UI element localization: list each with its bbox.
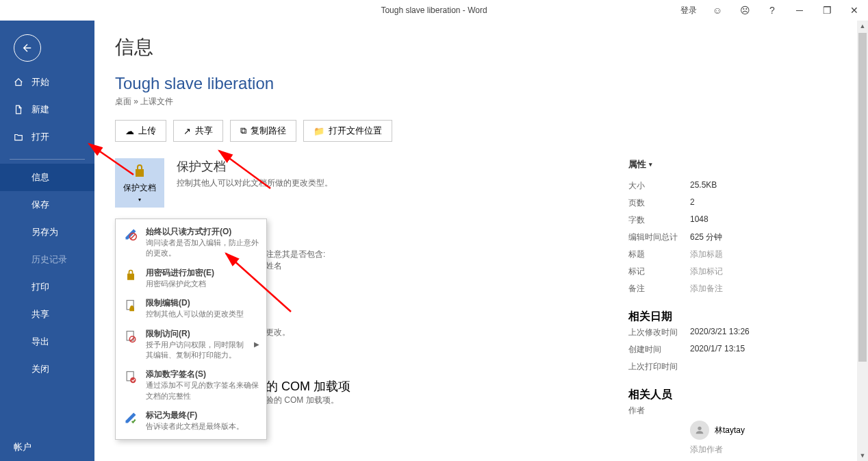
readonly-icon (123, 226, 139, 259)
sidebar-item-label: 信息 (31, 171, 49, 184)
property-row[interactable]: 标记添加标记 (628, 263, 841, 280)
sidebar-item-1[interactable]: 新建 (0, 96, 94, 123)
sidebar-item-7[interactable]: 打印 (0, 273, 94, 301)
sidebar-item-label: 保存 (31, 199, 49, 211)
sidebar-item-label: 共享 (31, 308, 49, 321)
upload-button[interactable]: ☁上传 (115, 120, 166, 142)
sidebar-item-label: 历史记录 (31, 253, 67, 266)
scroll-thumb[interactable] (858, 33, 867, 362)
svg-point-7 (130, 377, 136, 383)
content-area: 信息 Tough slave liberation 桌面 » 上课文件 ☁上传 … (94, 21, 868, 461)
scroll-down-icon[interactable]: ▼ (857, 450, 868, 461)
lock-icon (123, 267, 139, 289)
sidebar-item-8[interactable]: 共享 (0, 301, 94, 328)
protect-dropdown: 始终以只读方式打开(O)询问读者是否加入编辑，防止意外的更改。用密码进行加密(E… (115, 219, 267, 440)
dropdown-item-access[interactable]: 限制访问(R)授予用户访问权限，同时限制其编辑、复制和打印能力。▶ (116, 324, 266, 365)
property-row[interactable]: 标题添加标题 (628, 246, 841, 263)
related-dates-header: 相关日期 (628, 310, 841, 324)
sidebar-item-label: 开始 (31, 76, 49, 88)
property-row: 大小25.5KB (628, 177, 841, 195)
property-row[interactable]: 备注添加备注 (628, 280, 841, 297)
dropdown-item-sign[interactable]: 添加数字签名(S)通过添加不可见的数字签名来确保文档的完整性 (116, 364, 266, 406)
sidebar-item-account[interactable]: 帐户 (0, 434, 94, 461)
restrict-icon (123, 297, 139, 319)
sidebar-item-label: 打印 (31, 281, 49, 293)
page-title: 信息 (115, 34, 847, 60)
sidebar-item-label: 导出 (31, 336, 49, 348)
chevron-right-icon: ▶ (254, 340, 259, 348)
sidebar-item-3[interactable]: 信息 (0, 164, 94, 191)
svg-line-5 (130, 336, 135, 341)
sidebar-item-label: 打开 (31, 131, 49, 143)
avatar (690, 421, 709, 440)
chevron-down-icon: ▾ (138, 197, 141, 203)
chevron-down-icon: ▾ (649, 161, 652, 168)
sidebar-item-label: 新建 (31, 103, 49, 116)
access-icon (123, 328, 139, 361)
final-icon (123, 410, 139, 432)
login-button[interactable]: 登录 (674, 0, 704, 21)
date-row: 上次打印时间 (628, 358, 841, 375)
date-row: 创建时间2020/1/7 13:15 (628, 341, 841, 358)
property-row: 页数2 (628, 195, 841, 212)
properties-header[interactable]: 属性▾ (628, 158, 841, 171)
share-icon: ↗ (183, 126, 191, 136)
sidebar-item-label: 帐户 (14, 441, 31, 453)
dropdown-item-final[interactable]: 标记为最终(F)告诉读者此文档是最终版本。 (116, 406, 266, 436)
help-icon[interactable]: ? (758, 0, 786, 21)
breadcrumb: 桌面 » 上课文件 (115, 96, 847, 108)
cloud-upload-icon: ☁ (125, 126, 134, 136)
copy-path-button[interactable]: ⧉复制路径 (230, 120, 296, 142)
face-sad-icon[interactable]: ☹ (731, 0, 758, 21)
sidebar-item-5[interactable]: 另存为 (0, 219, 94, 246)
sidebar-item-label: 关闭 (31, 363, 49, 375)
author-name: 林taytay (715, 425, 745, 436)
minimize-button[interactable]: ─ (786, 0, 813, 21)
open-file-location-button[interactable]: 📁打开文件位置 (303, 120, 392, 142)
sidebar-item-10[interactable]: 关闭 (0, 356, 94, 383)
face-happy-icon[interactable]: ☺ (704, 0, 731, 21)
sidebar-item-0[interactable]: 开始 (0, 68, 94, 96)
protect-desc: 控制其他人可以对此文档所做的更改类型。 (177, 177, 333, 189)
property-row: 字数1048 (628, 212, 841, 229)
protect-document-button[interactable]: 保护文档 ▾ (115, 158, 164, 208)
maximize-button[interactable]: ❐ (813, 0, 841, 21)
protect-title: 保护文档 (177, 158, 333, 175)
vertical-scrollbar[interactable]: ▲ ▼ (857, 21, 868, 461)
link-icon: ⧉ (240, 125, 246, 136)
back-button[interactable] (14, 34, 41, 62)
share-button[interactable]: ↗共享 (173, 120, 223, 142)
sign-icon (123, 369, 139, 401)
backstage-sidebar: 开始新建打开信息保存另存为历史记录打印共享导出关闭 帐户 (0, 21, 94, 461)
scroll-up-icon[interactable]: ▲ (857, 21, 868, 32)
sidebar-item-4[interactable]: 保存 (0, 191, 94, 219)
date-row: 上次修改时间2020/3/21 13:26 (628, 324, 841, 341)
dropdown-item-readonly[interactable]: 始终以只读方式打开(O)询问读者是否加入编辑，防止意外的更改。 (116, 222, 266, 263)
dropdown-item-restrict[interactable]: 限制编辑(D)控制其他人可以做的更改类型 (116, 293, 266, 323)
dropdown-item-lock[interactable]: 用密码进行加密(E)用密码保护此文档 (116, 263, 266, 293)
sidebar-item-2[interactable]: 打开 (0, 123, 94, 151)
property-row: 编辑时间总计625 分钟 (628, 229, 841, 246)
close-button[interactable]: ✕ (841, 0, 868, 21)
folder-icon: 📁 (314, 126, 324, 136)
window-title: Tough slave liberation - Word (381, 5, 487, 15)
lock-icon (131, 163, 148, 179)
related-people-header: 相关人员 (628, 388, 841, 402)
add-author[interactable]: 添加作者 (690, 444, 723, 456)
svg-point-8 (698, 427, 701, 430)
document-title: Tough slave liberation (115, 74, 847, 93)
sidebar-item-6[interactable]: 历史记录 (0, 246, 94, 273)
com-addins-title: 的 COM 加载项 (266, 378, 608, 395)
title-bar: Tough slave liberation - Word 登录 ☺ ☹ ? ─… (0, 0, 868, 21)
sidebar-item-9[interactable]: 导出 (0, 328, 94, 356)
sidebar-item-label: 另存为 (31, 226, 58, 238)
